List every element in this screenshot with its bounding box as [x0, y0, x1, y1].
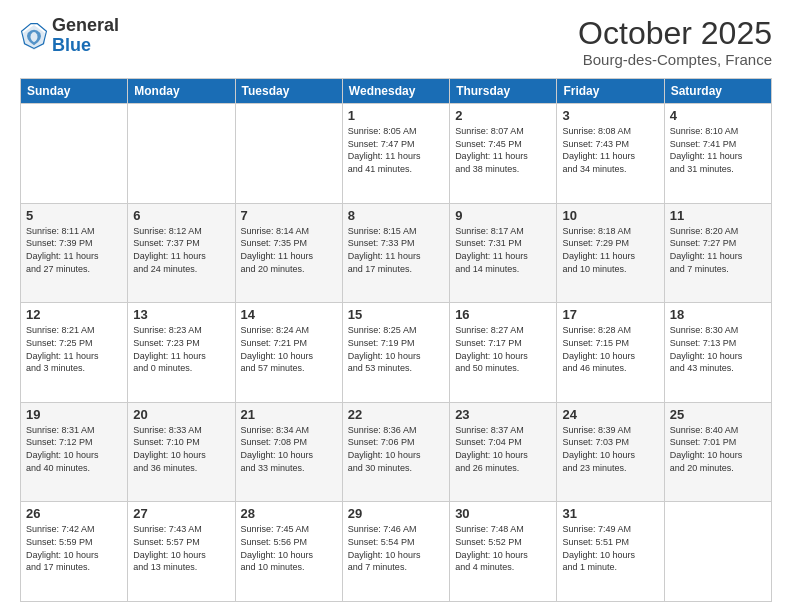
logo: General Blue [20, 16, 119, 56]
logo-text: General Blue [52, 16, 119, 56]
col-tuesday: Tuesday [235, 79, 342, 104]
table-row: 13Sunrise: 8:23 AM Sunset: 7:23 PM Dayli… [128, 303, 235, 403]
table-row: 9Sunrise: 8:17 AM Sunset: 7:31 PM Daylig… [450, 203, 557, 303]
location-subtitle: Bourg-des-Comptes, France [578, 51, 772, 68]
table-row: 22Sunrise: 8:36 AM Sunset: 7:06 PM Dayli… [342, 402, 449, 502]
table-row: 11Sunrise: 8:20 AM Sunset: 7:27 PM Dayli… [664, 203, 771, 303]
month-title: October 2025 [578, 16, 772, 51]
col-monday: Monday [128, 79, 235, 104]
table-row: 15Sunrise: 8:25 AM Sunset: 7:19 PM Dayli… [342, 303, 449, 403]
table-row [21, 104, 128, 204]
table-row: 31Sunrise: 7:49 AM Sunset: 5:51 PM Dayli… [557, 502, 664, 602]
calendar-table: Sunday Monday Tuesday Wednesday Thursday… [20, 78, 772, 602]
table-row: 26Sunrise: 7:42 AM Sunset: 5:59 PM Dayli… [21, 502, 128, 602]
table-row: 23Sunrise: 8:37 AM Sunset: 7:04 PM Dayli… [450, 402, 557, 502]
col-saturday: Saturday [664, 79, 771, 104]
logo-general: General [52, 16, 119, 36]
table-row: 6Sunrise: 8:12 AM Sunset: 7:37 PM Daylig… [128, 203, 235, 303]
title-block: October 2025 Bourg-des-Comptes, France [578, 16, 772, 68]
table-row: 20Sunrise: 8:33 AM Sunset: 7:10 PM Dayli… [128, 402, 235, 502]
page-header: General Blue October 2025 Bourg-des-Comp… [20, 16, 772, 68]
table-row: 17Sunrise: 8:28 AM Sunset: 7:15 PM Dayli… [557, 303, 664, 403]
calendar-header-row: Sunday Monday Tuesday Wednesday Thursday… [21, 79, 772, 104]
col-wednesday: Wednesday [342, 79, 449, 104]
table-row: 3Sunrise: 8:08 AM Sunset: 7:43 PM Daylig… [557, 104, 664, 204]
table-row: 4Sunrise: 8:10 AM Sunset: 7:41 PM Daylig… [664, 104, 771, 204]
table-row: 1Sunrise: 8:05 AM Sunset: 7:47 PM Daylig… [342, 104, 449, 204]
col-thursday: Thursday [450, 79, 557, 104]
col-friday: Friday [557, 79, 664, 104]
table-row: 28Sunrise: 7:45 AM Sunset: 5:56 PM Dayli… [235, 502, 342, 602]
table-row: 10Sunrise: 8:18 AM Sunset: 7:29 PM Dayli… [557, 203, 664, 303]
table-row [664, 502, 771, 602]
table-row: 30Sunrise: 7:48 AM Sunset: 5:52 PM Dayli… [450, 502, 557, 602]
table-row: 5Sunrise: 8:11 AM Sunset: 7:39 PM Daylig… [21, 203, 128, 303]
table-row: 16Sunrise: 8:27 AM Sunset: 7:17 PM Dayli… [450, 303, 557, 403]
table-row: 7Sunrise: 8:14 AM Sunset: 7:35 PM Daylig… [235, 203, 342, 303]
table-row: 8Sunrise: 8:15 AM Sunset: 7:33 PM Daylig… [342, 203, 449, 303]
table-row: 2Sunrise: 8:07 AM Sunset: 7:45 PM Daylig… [450, 104, 557, 204]
table-row [235, 104, 342, 204]
col-sunday: Sunday [21, 79, 128, 104]
table-row: 25Sunrise: 8:40 AM Sunset: 7:01 PM Dayli… [664, 402, 771, 502]
logo-blue: Blue [52, 36, 119, 56]
table-row: 18Sunrise: 8:30 AM Sunset: 7:13 PM Dayli… [664, 303, 771, 403]
table-row: 12Sunrise: 8:21 AM Sunset: 7:25 PM Dayli… [21, 303, 128, 403]
table-row: 24Sunrise: 8:39 AM Sunset: 7:03 PM Dayli… [557, 402, 664, 502]
table-row: 14Sunrise: 8:24 AM Sunset: 7:21 PM Dayli… [235, 303, 342, 403]
logo-icon [20, 22, 48, 50]
table-row [128, 104, 235, 204]
table-row: 29Sunrise: 7:46 AM Sunset: 5:54 PM Dayli… [342, 502, 449, 602]
table-row: 19Sunrise: 8:31 AM Sunset: 7:12 PM Dayli… [21, 402, 128, 502]
table-row: 27Sunrise: 7:43 AM Sunset: 5:57 PM Dayli… [128, 502, 235, 602]
table-row: 21Sunrise: 8:34 AM Sunset: 7:08 PM Dayli… [235, 402, 342, 502]
